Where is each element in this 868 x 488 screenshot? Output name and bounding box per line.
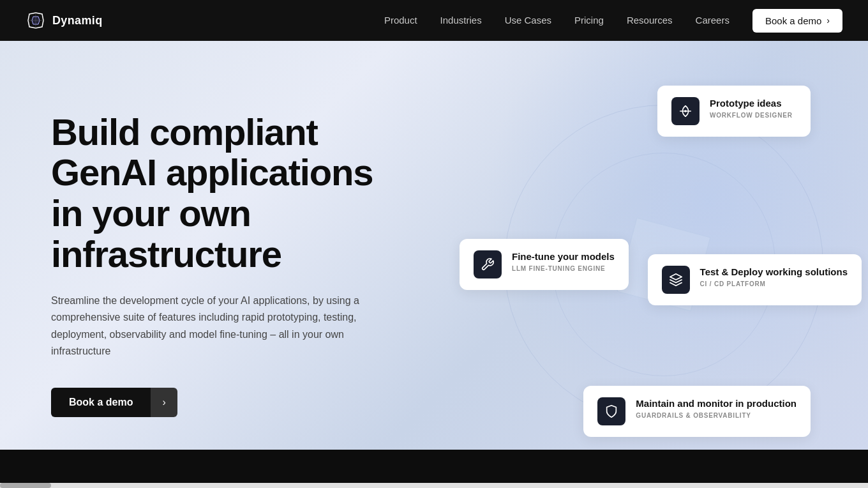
nav-item-use-cases[interactable]: Use Cases — [505, 15, 551, 26]
monitor-icon — [597, 397, 625, 425]
feature-card-deploy: Test & Deploy working solutions CI / CD … — [648, 254, 862, 305]
book-demo-nav-button[interactable]: Book a demo › — [752, 9, 842, 33]
feature-card-finetune: Fine-tune your models LLM FINE-TUNING EN… — [460, 239, 629, 290]
prototype-subtitle: WORKFLOW DESIGNER — [710, 112, 797, 119]
logo-icon — [26, 10, 46, 31]
finetune-title: Fine-tune your models — [512, 250, 615, 263]
scrollbar-thumb[interactable] — [0, 483, 51, 488]
hero-cta-group: Book a demo › — [51, 388, 383, 417]
hero-subtitle: Streamline the development cycle of your… — [51, 293, 383, 360]
prototype-content: Prototype ideas WORKFLOW DESIGNER — [710, 97, 797, 119]
logo-link[interactable]: Dynamiq — [26, 10, 103, 31]
hero-title: Build compliant GenAI applications in yo… — [51, 112, 383, 275]
hero-section: Build compliant GenAI applications in yo… — [0, 41, 868, 488]
book-demo-hero-button[interactable]: Book a demo — [51, 388, 151, 417]
nav-item-resources[interactable]: Resources — [627, 15, 673, 26]
prototype-title: Prototype ideas — [710, 97, 797, 110]
nav-links: Product Industries Use Cases Pricing Res… — [384, 9, 842, 33]
deploy-content: Test & Deploy working solutions CI / CD … — [700, 266, 848, 287]
monitor-title: Maintain and monitor in production — [636, 397, 797, 410]
deploy-icon — [662, 266, 690, 294]
book-demo-arrow-button[interactable]: › — [151, 388, 177, 417]
logo-text: Dynamiq — [52, 14, 103, 27]
feature-cards-area: Prototype ideas WORKFLOW DESIGNER Fine-t… — [447, 41, 868, 488]
navbar: Dynamiq Product Industries Use Cases Pri… — [0, 0, 868, 41]
finetune-subtitle: LLM FINE-TUNING ENGINE — [512, 265, 615, 272]
nav-item-product[interactable]: Product — [384, 15, 417, 26]
deploy-subtitle: CI / CD PLATFORM — [700, 280, 848, 287]
prototype-icon — [671, 97, 700, 125]
monitor-content: Maintain and monitor in production GUARD… — [636, 397, 797, 419]
nav-item-pricing[interactable]: Pricing — [574, 15, 604, 26]
deploy-title: Test & Deploy working solutions — [700, 266, 848, 278]
scrollbar[interactable] — [0, 483, 868, 488]
nav-item-careers[interactable]: Careers — [696, 15, 730, 26]
hero-content: Build compliant GenAI applications in yo… — [0, 61, 434, 469]
finetune-content: Fine-tune your models LLM FINE-TUNING EN… — [512, 250, 615, 272]
nav-item-industries[interactable]: Industries — [440, 15, 482, 26]
nav-cta-arrow-icon: › — [827, 15, 830, 26]
circle-decoration: Prototype ideas WORKFLOW DESIGNER Fine-t… — [498, 98, 830, 431]
svg-point-3 — [684, 110, 687, 112]
monitor-subtitle: GUARDRAILS & OBSERVABILITY — [636, 412, 797, 419]
finetune-icon — [474, 250, 502, 278]
feature-card-monitor: Maintain and monitor in production GUARD… — [583, 386, 811, 437]
feature-card-prototype: Prototype ideas WORKFLOW DESIGNER — [657, 86, 811, 137]
